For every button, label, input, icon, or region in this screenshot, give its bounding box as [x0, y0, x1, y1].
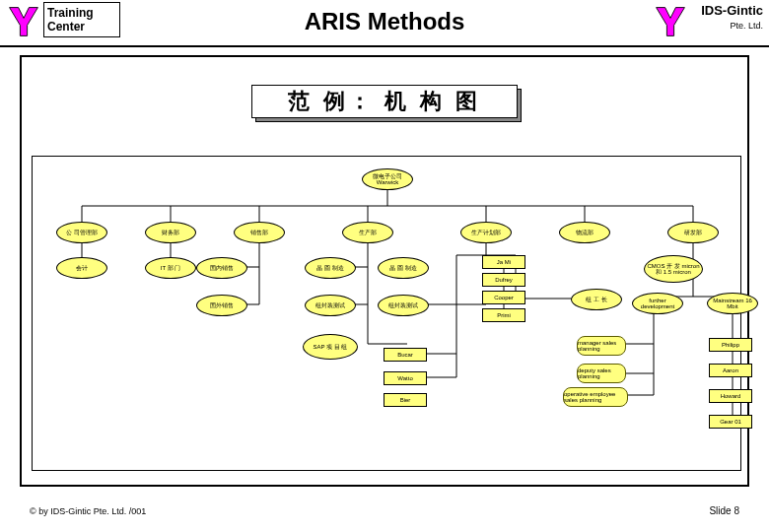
- sub-dom-sales: 国内销售: [196, 257, 247, 279]
- role-op-emp: operative employee sales planning: [563, 387, 628, 407]
- logo-right-icon: [653, 4, 688, 39]
- person-cooper: Cooper: [482, 291, 525, 304]
- sub-sap: SAP 项 目 组: [303, 334, 358, 360]
- dept-finance: 财务部: [145, 222, 196, 243]
- org-chart: 微电子公司 Warwick 公 司管理部 财务部 销售部 生产部 生产计划部 物…: [32, 156, 741, 471]
- page-title: ARIS Methods: [305, 8, 465, 35]
- subtitle-text: 范 例： 机 构 图: [251, 85, 518, 118]
- sub-accounting: 会计: [56, 257, 107, 279]
- person-bier: Bier: [384, 393, 427, 407]
- chain-a: 组封装测试: [378, 295, 429, 316]
- footer-copyright: © by IDS-Gintic Pte. Ltd. /001: [30, 506, 146, 516]
- company-label: IDS-Gintic Pte. Ltd.: [701, 4, 763, 33]
- dept-logistics: 物流部: [559, 222, 610, 243]
- chain-w: 晶 圆 制造: [378, 257, 429, 279]
- label-line1: Training: [47, 6, 94, 20]
- label-line2: Center: [47, 20, 85, 33]
- person-bucar: Bucar: [384, 348, 427, 362]
- header: Training Center ARIS Methods IDS-Gintic …: [0, 0, 769, 47]
- slide-number: Slide 8: [709, 505, 739, 516]
- sub-wafer: 晶 圆 制造: [305, 257, 356, 279]
- dept-production: 生产部: [342, 222, 393, 243]
- sub-intl-sales: 国外销售: [196, 295, 247, 316]
- person-watto: Watto: [384, 371, 427, 385]
- dept-planning: 生产计划部: [460, 222, 512, 243]
- org-root: 微电子公司 Warwick: [362, 168, 413, 190]
- company-sub: Pte. Ltd.: [730, 21, 763, 31]
- dept-sales: 销售部: [234, 222, 285, 243]
- person-aaron: Aaron: [709, 364, 752, 377]
- sub-assembly: 组封装测试: [305, 295, 356, 316]
- content-frame: 范 例： 机 构 图: [20, 55, 749, 487]
- person-jami: Ja Mi: [482, 255, 525, 269]
- person-dufrey: Dufrey: [482, 273, 525, 287]
- person-philipp: Philipp: [709, 338, 752, 352]
- person-primi: Primi: [482, 308, 525, 322]
- training-center-label: Training Center: [47, 6, 94, 34]
- person-gear: Gear 01: [709, 415, 752, 429]
- rd-cmos: CMOS 开 发 micron 和 1.5 micron: [644, 255, 703, 283]
- rd-mainstream: Mainstream 16 Mbit: [707, 293, 758, 314]
- person-howard: Howard: [709, 389, 752, 403]
- dept-rd: 研发部: [667, 222, 719, 243]
- extra-foreman: 组 工 长: [571, 289, 622, 310]
- role-deputy-sales: deputy sales planning: [577, 364, 626, 383]
- sub-it: IT 部 门: [145, 257, 196, 279]
- subtitle-box: 范 例： 机 构 图: [251, 85, 518, 118]
- dept-mgmt: 公 司管理部: [56, 222, 107, 243]
- logo-left-icon: [6, 4, 41, 39]
- company-name: IDS-Gintic: [701, 3, 763, 18]
- role-mgr-sales: manager sales planning: [577, 336, 626, 356]
- rd-further: further development: [632, 293, 683, 314]
